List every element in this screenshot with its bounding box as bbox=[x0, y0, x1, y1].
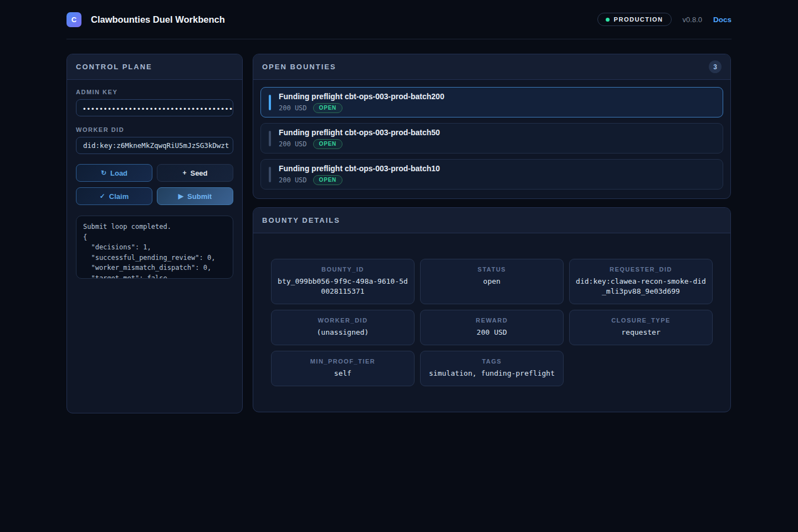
admin-key-input[interactable]: •••••••••••••••••••••••••••••••••••• bbox=[76, 99, 233, 116]
detail-value: self bbox=[276, 369, 410, 378]
detail-value: 200 USD bbox=[425, 328, 559, 337]
detail-value: (unassigned) bbox=[276, 328, 410, 337]
detail-value: requester bbox=[574, 328, 708, 337]
bounty-list-item[interactable]: Funding preflight cbt-ops-003-prod-batch… bbox=[260, 87, 723, 117]
worker-did-label: WORKER DID bbox=[76, 126, 233, 133]
detail-label: REWARD bbox=[425, 317, 559, 324]
bounty-list-item[interactable]: Funding preflight cbt-ops-003-prod-batch… bbox=[260, 123, 723, 154]
submit-button[interactable]: ▶ Submit bbox=[157, 187, 233, 205]
app-header: C Clawbounties Duel Workbench PRODUCTION… bbox=[66, 0, 732, 39]
detail-card-tags: TAGS simulation, funding-preflight bbox=[420, 351, 564, 386]
claim-button-label: Claim bbox=[109, 192, 129, 201]
detail-label: CLOSURE_TYPE bbox=[574, 317, 708, 324]
status-badge: OPEN bbox=[313, 103, 343, 113]
bounty-count-badge: 3 bbox=[709, 60, 722, 73]
detail-card-requester-did: REQUESTER_DID did:key:clawea-recon-smoke… bbox=[569, 259, 713, 304]
detail-label: WORKER_DID bbox=[276, 317, 410, 324]
submit-button-label: Submit bbox=[187, 192, 212, 201]
worker-did-value: did:key:z6MkneMkZqwqRiU5mJzSG3kDwzt bbox=[83, 141, 229, 150]
bounty-reward: 200 USD bbox=[279, 104, 307, 112]
detail-value: simulation, funding-preflight bbox=[425, 369, 559, 378]
open-bounties-panel: OPEN BOUNTIES 3 Funding preflight cbt-op… bbox=[253, 54, 731, 199]
bounty-reward: 200 USD bbox=[279, 176, 307, 184]
claim-button[interactable]: ✓ Claim bbox=[76, 187, 152, 205]
admin-key-label: ADMIN KEY bbox=[76, 89, 233, 95]
console-output-text: Submit loop completed. { "decisions": 1,… bbox=[83, 222, 226, 279]
detail-label: MIN_PROOF_TIER bbox=[276, 358, 410, 365]
bounty-list-item[interactable]: Funding preflight cbt-ops-003-prod-batch… bbox=[260, 159, 723, 190]
console-output: Submit loop completed. { "decisions": 1,… bbox=[76, 216, 233, 279]
status-dot-icon bbox=[606, 18, 610, 22]
seed-button[interactable]: + Seed bbox=[157, 164, 233, 182]
right-column: OPEN BOUNTIES 3 Funding preflight cbt-op… bbox=[253, 54, 731, 412]
detail-label: REQUESTER_DID bbox=[574, 266, 708, 273]
bounty-title: Funding preflight cbt-ops-003-prod-batch… bbox=[279, 128, 440, 137]
bounty-reward: 200 USD bbox=[279, 140, 307, 148]
bounty-title: Funding preflight cbt-ops-003-prod-batch… bbox=[279, 92, 444, 101]
admin-key-masked-value: •••••••••••••••••••••••••••••••••••• bbox=[83, 103, 233, 112]
environment-badge: PRODUCTION bbox=[597, 13, 672, 26]
bounty-title: Funding preflight cbt-ops-003-prod-batch… bbox=[279, 164, 440, 173]
detail-card-worker-did: WORKER_DID (unassigned) bbox=[271, 310, 415, 345]
open-bounties-title: OPEN BOUNTIES bbox=[262, 63, 336, 71]
detail-card-reward: REWARD 200 USD bbox=[420, 310, 564, 345]
detail-label: BOUNTY_ID bbox=[276, 266, 410, 273]
play-icon: ▶ bbox=[178, 192, 183, 200]
detail-label: STATUS bbox=[425, 266, 559, 273]
status-badge: OPEN bbox=[313, 175, 343, 185]
status-badge: OPEN bbox=[313, 139, 343, 149]
plus-icon: + bbox=[182, 169, 186, 177]
reload-icon: ↻ bbox=[101, 169, 106, 177]
detail-card-closure-type: CLOSURE_TYPE requester bbox=[569, 310, 713, 345]
control-plane-header: CONTROL PLANE bbox=[67, 54, 242, 80]
app-logo: C bbox=[66, 12, 81, 27]
control-plane-panel: CONTROL PLANE ADMIN KEY ••••••••••••••••… bbox=[66, 54, 243, 413]
accent-bar-icon bbox=[269, 95, 271, 110]
load-button[interactable]: ↻ Load bbox=[76, 164, 152, 182]
accent-bar-icon bbox=[269, 131, 271, 146]
detail-card-status: STATUS open bbox=[420, 259, 564, 304]
bounty-details-panel: BOUNTY DETAILS BOUNTY_ID bty_099bb056-9f… bbox=[253, 207, 731, 412]
docs-link[interactable]: Docs bbox=[713, 16, 732, 24]
detail-value: did:key:clawea-recon-smoke-did_mli3pv88_… bbox=[574, 277, 708, 296]
accent-bar-icon bbox=[269, 167, 271, 182]
check-icon: ✓ bbox=[100, 192, 105, 200]
detail-value: open bbox=[425, 277, 559, 287]
seed-button-label: Seed bbox=[190, 169, 207, 177]
worker-did-input[interactable]: did:key:z6MkneMkZqwqRiU5mJzSG3kDwzt bbox=[76, 137, 233, 154]
environment-label: PRODUCTION bbox=[614, 16, 663, 23]
bounty-details-header: BOUNTY DETAILS bbox=[253, 208, 730, 233]
version-label: v0.8.0 bbox=[683, 16, 702, 24]
detail-label: TAGS bbox=[425, 358, 559, 365]
detail-value: bty_099bb056-9f9c-498a-9610-5d0028115371 bbox=[276, 277, 410, 296]
load-button-label: Load bbox=[110, 169, 127, 177]
detail-card-min-proof-tier: MIN_PROOF_TIER self bbox=[271, 351, 415, 386]
page-title: Clawbounties Duel Workbench bbox=[91, 14, 225, 25]
detail-card-bounty-id: BOUNTY_ID bty_099bb056-9f9c-498a-9610-5d… bbox=[271, 259, 415, 304]
